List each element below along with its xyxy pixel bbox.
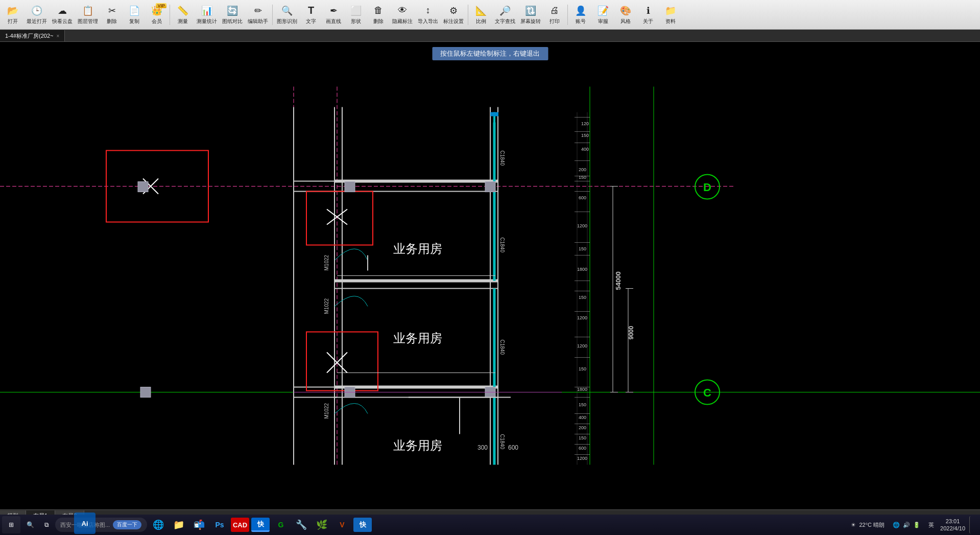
taskbar-task-view-btn[interactable]: ⧉ [40,516,53,533]
taskbar-app-extra4[interactable]: 快 [353,518,372,532]
tool-account[interactable]: 👤 账号 [570,2,591,28]
tool-style[interactable]: 🎨 风格 [615,2,636,28]
tab-close[interactable]: × [56,33,59,39]
tool-copy[interactable]: 📄 复制 [124,2,145,28]
taskbar-search-btn[interactable]: 百度一下 [113,520,141,529]
taskbar-app-extra3[interactable]: V [333,516,351,533]
task-view-icon: ⧉ [44,521,49,528]
tool-open[interactable]: 📂 打开 [2,2,23,28]
input-method[interactable]: 英 [926,521,936,529]
import-icon: ↕ [422,5,434,17]
svg-rect-38 [138,182,148,192]
tool-delete2[interactable]: 🗑 删除 [368,2,389,28]
screen-rotate-icon: 🔃 [524,5,537,17]
tool-mark-setting[interactable]: ⚙ 标注设置 [441,2,466,28]
tool-import[interactable]: ↕ 导入导出 [416,2,440,28]
cloud-icon: ☁ [56,5,68,17]
svg-text:1800: 1800 [577,267,587,272]
taskbar-app-extra2[interactable]: 🌿 [313,516,331,533]
svg-text:1200: 1200 [577,315,587,320]
open-icon: 📂 [7,5,19,17]
tool-hidden-note-label: 隐藏标注 [392,18,413,25]
taskbar-app-explorer[interactable]: 📁 [170,516,188,533]
taskbar-search-icon-btn[interactable]: 🔍 [22,516,38,533]
edit-help-icon: ✏ [252,5,264,17]
doc-tab[interactable]: 1-4#标准厂房(202~ × [0,30,65,41]
recog-icon: 🔍 [281,5,293,17]
date-display: 2022/4/10 [940,525,965,532]
taskbar-app-cad[interactable]: CAD [231,518,249,532]
divider1 [170,5,170,25]
hidden-note-icon: 👁 [396,5,409,17]
measure-icon: 📏 [177,5,189,17]
taskbar-search-bar[interactable]: 西安一啪咖店称图... 百度一下 [55,518,147,532]
account-icon: 👤 [575,5,587,17]
taskbar-app-extra1[interactable]: 🔧 [292,516,310,533]
tool-copy-label: 复制 [129,18,139,25]
svg-text:400: 400 [581,147,589,152]
tool-print[interactable]: 🖨 打印 [544,2,565,28]
svg-text:300: 300 [477,444,488,451]
svg-text:150: 150 [579,295,586,300]
svg-text:M1022: M1022 [324,254,329,270]
erase-icon: ✂ [106,5,118,17]
tool-screen-rotate[interactable]: 🔃 屏幕旋转 [518,2,543,28]
tool-line[interactable]: ✒ 画直线 [323,2,344,28]
tool-shape[interactable]: ⬜ 形状 [345,2,367,28]
taskbar: ⊞ 🔍 ⧉ 西安一啪咖店称图... 百度一下 🌐 📁 📬 Ps CAD 快 G … [0,515,980,535]
taskbar-app-glodon[interactable]: G [272,516,290,533]
layers-icon: 📋 [82,5,94,17]
tool-erase[interactable]: ✂ 删除 [101,2,123,28]
datetime: 23:01 2022/4/10 [940,518,965,532]
divider4 [567,5,568,25]
svg-text:150: 150 [579,435,586,440]
tool-review[interactable]: 📝 审服 [592,2,614,28]
svg-text:600: 600 [508,444,518,451]
tool-scale[interactable]: 📐 比例 [470,2,492,28]
sys-tray: ☀ 22°C 晴朗 [849,521,887,529]
taskbar-app-ps[interactable]: Ps [210,516,229,533]
tool-cloud[interactable]: ☁ 快看云盘 [50,2,75,28]
svg-rect-41 [140,387,151,398]
tool-member[interactable]: VIP 👑 会员 [146,2,168,28]
weather-text: 22°C 晴朗 [859,521,885,529]
start-button[interactable]: ⊞ [2,516,20,533]
taskbar-app-mail[interactable]: 📬 [190,516,208,533]
tool-scale-label: 比例 [476,18,486,25]
tool-about[interactable]: ℹ 关于 [637,2,659,28]
tool-measure[interactable]: 📏 测量 [172,2,194,28]
shape-icon: ⬜ [350,5,362,17]
text-find-icon: 🔎 [499,5,511,17]
battery-icon: 🔋 [913,522,920,528]
svg-text:400: 400 [579,415,586,420]
show-desktop-btn[interactable] [969,516,978,533]
mark-setting-icon: ⚙ [447,5,460,17]
tool-layers[interactable]: 📋 图层管理 [76,2,100,28]
svg-text:120: 120 [581,121,589,126]
tool-data-label: 资料 [665,18,676,25]
tool-edit-help[interactable]: ✏ 编辑助手 [246,2,270,28]
tool-text[interactable]: T 文字 [300,2,322,28]
tool-recog[interactable]: 🔍 图形识别 [275,2,299,28]
style-icon: 🎨 [619,5,632,17]
tool-hidden-note[interactable]: 👁 隐藏标注 [390,2,415,28]
taskbar-right: ☀ 22°C 晴朗 🌐 🔊 🔋 英 23:01 2022/4/10 [849,516,978,533]
taskbar-app-kuaikan[interactable]: 快 [251,518,270,532]
tool-recent[interactable]: 🕒 最近打开 [25,2,49,28]
review-icon: 📝 [597,5,609,17]
tool-line-label: 画直线 [326,18,341,25]
svg-text:C1840: C1840 [499,151,505,166]
tool-compare[interactable]: 🔄 图纸对比 [220,2,245,28]
weather-icon: ☀ [851,522,856,528]
tool-text-find[interactable]: 🔎 文字查找 [493,2,517,28]
taskbar-app-edge[interactable]: 🌐 [149,516,168,533]
svg-rect-117 [490,112,498,117]
tool-data[interactable]: 📁 资料 [660,2,681,28]
svg-text:1200: 1200 [577,223,587,228]
svg-text:业务用房: 业务用房 [393,331,442,345]
sys-tray-icons: 🌐 🔊 🔋 [891,522,922,528]
canvas-area[interactable]: 按住鼠标左键绘制标注，右键退出 [0,42,980,509]
divider2 [272,5,273,25]
ai-label[interactable]: Ai [74,513,95,534]
tool-meas-stat[interactable]: 📊 测量统计 [195,2,219,28]
